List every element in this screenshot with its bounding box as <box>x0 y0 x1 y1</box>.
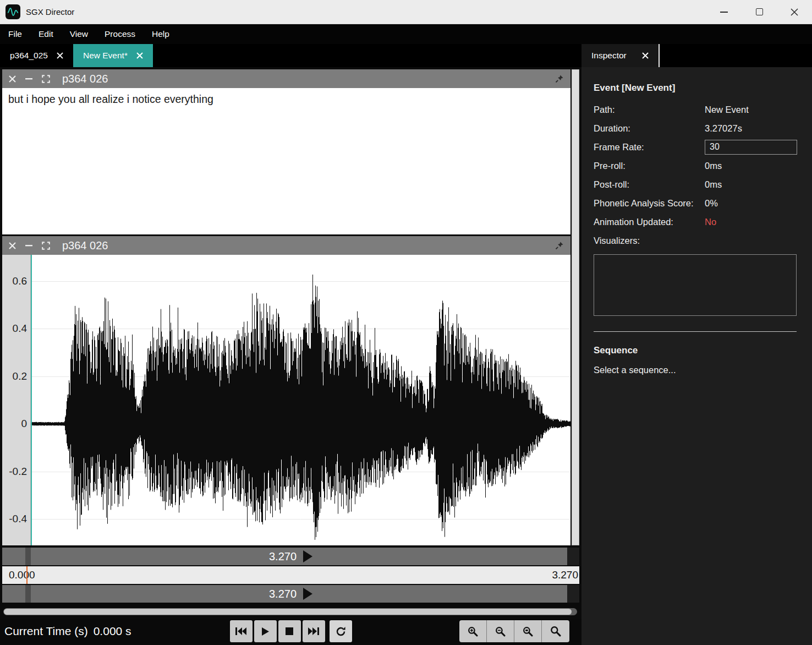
field-value: No <box>705 217 716 227</box>
stop-icon <box>285 627 294 636</box>
play-marker-icon[interactable] <box>303 588 312 600</box>
field-label: Phonetic Analysis Score: <box>594 198 705 209</box>
tab-separator <box>659 44 660 67</box>
field-label: Frame Rate: <box>594 142 705 152</box>
menu-item-file[interactable]: File <box>0 29 30 39</box>
inspector-heading: Event [New Event] <box>594 83 812 94</box>
zoom-selection-button[interactable] <box>514 620 542 642</box>
range-bar-top[interactable]: 3.270 <box>2 548 579 565</box>
panel-pin-icon[interactable] <box>555 74 564 83</box>
section-divider <box>594 331 797 332</box>
menu-item-edit[interactable]: Edit <box>30 29 62 39</box>
play-marker-icon[interactable] <box>303 550 312 562</box>
y-axis-label: 0 <box>21 418 27 430</box>
vertical-scrollbar[interactable] <box>572 69 579 545</box>
tab-label: p364_025 <box>10 51 48 61</box>
waveform-panel-header: p364 026 <box>2 236 570 255</box>
play-button[interactable] <box>254 620 277 642</box>
range-handle-left[interactable] <box>25 585 31 603</box>
skip-to-start-button[interactable] <box>230 620 253 642</box>
window-minimize-button[interactable] <box>706 0 742 24</box>
loop-button[interactable] <box>330 620 352 642</box>
panel-pin-icon[interactable] <box>555 241 564 250</box>
range-handle-right[interactable] <box>567 548 579 565</box>
field-label: Visualizers: <box>594 236 705 246</box>
panel-minimize-icon[interactable] <box>25 78 32 80</box>
transcript-panel-header: p364 026 <box>2 69 570 88</box>
zoom-reset-icon <box>550 626 561 637</box>
field-value: 0ms <box>705 161 722 171</box>
panel-title: p364 026 <box>62 73 108 85</box>
skip-end-icon <box>307 627 320 636</box>
range-duration-value: 3.270 <box>269 588 297 600</box>
panel-expand-icon[interactable] <box>42 75 50 83</box>
window-maximize-button[interactable] <box>742 0 777 24</box>
zoom-reset-button[interactable] <box>542 620 569 642</box>
workspace-column: p364 026 but i hope you all realize i no… <box>0 67 581 645</box>
tab-inspector[interactable]: Inspector <box>581 44 659 67</box>
range-duration-value: 3.270 <box>269 550 297 563</box>
field-value: 0ms <box>705 179 722 190</box>
waveform-canvas[interactable] <box>31 255 570 545</box>
menu-item-help[interactable]: Help <box>144 29 178 39</box>
ruler-playhead-tick[interactable] <box>26 566 28 584</box>
panel-expand-icon[interactable] <box>42 242 50 250</box>
y-axis-label: -0.4 <box>9 513 27 525</box>
range-handle-left[interactable] <box>25 548 31 565</box>
tab-row: p364_025 New Event* Inspector <box>0 44 812 67</box>
window-title: SGX Director <box>26 7 74 17</box>
field-label: Path: <box>594 105 705 115</box>
playhead-cursor[interactable] <box>31 255 32 545</box>
field-label: Duration: <box>594 123 705 134</box>
ruler-start-time: 0.000 <box>9 569 35 581</box>
loop-icon <box>336 626 346 637</box>
app-logo-icon <box>6 4 20 19</box>
tab-p364-025[interactable]: p364_025 <box>0 44 73 67</box>
field-value: 3.27027s <box>705 123 742 134</box>
field-value: New Event <box>705 105 749 115</box>
waveform-y-axis: 0.6 0.4 0.2 0 -0.2 -0.4 <box>2 255 31 545</box>
range-bar-bottom[interactable]: 3.270 <box>2 585 579 603</box>
y-axis-label: 0.2 <box>13 370 27 382</box>
ruler-end-time: 3.270 <box>552 569 578 581</box>
transcript-panel: p364 026 but i hope you all realize i no… <box>2 69 570 234</box>
panel-minimize-icon[interactable] <box>25 244 32 247</box>
tab-label: New Event* <box>83 51 128 61</box>
vertical-scrollbar-thumb[interactable] <box>572 70 579 545</box>
field-value: 0% <box>705 198 718 209</box>
inspector-row-path: Path: New Event <box>594 100 812 119</box>
menu-item-process[interactable]: Process <box>96 29 144 39</box>
frame-rate-input[interactable] <box>705 140 797 155</box>
inspector-row-visualizers: Visualizers: <box>594 231 812 250</box>
window-close-button[interactable] <box>777 0 812 24</box>
panel-close-icon[interactable] <box>9 242 16 249</box>
tab-close-icon[interactable] <box>57 52 63 59</box>
skip-to-end-button[interactable] <box>303 620 325 642</box>
inspector-row-post-roll: Post-roll: 0ms <box>594 175 812 194</box>
y-axis-label: 0.4 <box>13 322 27 335</box>
waveform-panel: p364 026 0.6 0.4 0.2 <box>2 236 570 545</box>
panel-title: p364 026 <box>62 239 108 252</box>
transcript-text[interactable]: but i hope you all realize i notice ever… <box>2 88 570 234</box>
range-handle-right[interactable] <box>567 585 579 603</box>
horizontal-scrollbar[interactable] <box>3 608 577 615</box>
waveform-plot[interactable] <box>31 255 570 545</box>
play-icon <box>260 627 270 636</box>
inspector-row-animation-updated: Animation Updated: No <box>594 212 812 231</box>
sequence-placeholder[interactable]: Select a sequence... <box>594 365 812 375</box>
horizontal-scrollbar-thumb[interactable] <box>4 609 572 615</box>
time-ruler[interactable]: 0.000 3.270 <box>2 566 579 584</box>
zoom-in-button[interactable] <box>459 620 487 642</box>
zoom-out-button[interactable] <box>487 620 514 642</box>
panel-close-icon[interactable] <box>9 75 16 83</box>
tab-close-icon[interactable] <box>642 52 649 59</box>
close-icon <box>791 8 798 16</box>
tab-new-event[interactable]: New Event* <box>73 44 153 67</box>
visualizers-listbox[interactable] <box>594 254 797 316</box>
tab-close-icon[interactable] <box>136 52 143 59</box>
stop-button[interactable] <box>278 620 301 642</box>
inspector-row-duration: Duration: 3.27027s <box>594 119 812 138</box>
menu-item-view[interactable]: View <box>62 29 96 39</box>
sequence-heading: Sequence <box>594 345 812 356</box>
current-time-label: Current Time (s) <box>4 625 88 638</box>
